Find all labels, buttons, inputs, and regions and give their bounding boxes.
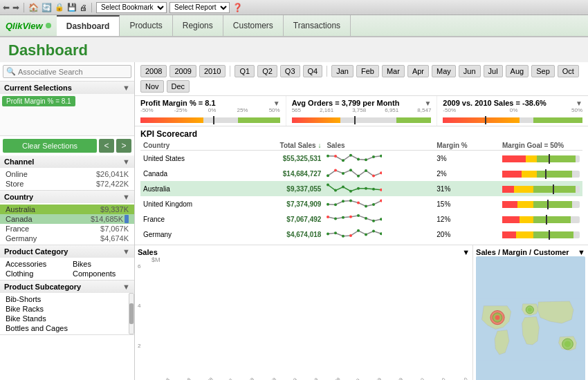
svg-point-14 [372,175,375,178]
chart-dropdown-icon[interactable]: ▼ [462,248,470,256]
search-input[interactable] [18,68,128,76]
list-item[interactable]: Online $26,041K [0,169,134,179]
tab-customers[interactable]: Customers [223,15,284,36]
nov-btn[interactable]: Nov [140,80,164,93]
apr-btn[interactable]: Apr [407,65,429,77]
q1-btn[interactable]: Q1 [235,65,255,77]
scorecard-margin-cell: 3% [434,151,499,167]
toolbar-icon-help: ❓ [232,3,243,12]
may-btn[interactable]: May [432,65,456,77]
tab-dashboard[interactable]: Dashboard [57,15,120,36]
product-category-label: Product Category [4,247,68,256]
list-item[interactable]: Bike Stands [0,314,134,323]
report-select[interactable]: Select Report [169,2,230,13]
list-item[interactable]: Canada $14,685K [0,214,134,224]
list-item[interactable]: Store $72,422K [0,179,134,189]
bar-chart-y-axis: 6 4 2 0 [138,263,140,380]
list-item[interactable]: France $7,067K [0,224,134,234]
year-2010-btn[interactable]: 2010 [199,65,226,77]
dec-btn[interactable]: Dec [167,80,190,93]
bottom-section: Sales ▼ $M 6 4 2 0 Jan-2008 Mar-2008 May… [135,245,588,380]
scorecard-sparkline-cell [324,196,434,211]
list-item[interactable]: Bikes [67,259,134,269]
list-item[interactable]: Germany $4,674K [0,234,134,243]
list-item[interactable]: Bib-Shorts [0,294,134,304]
scorecard-country-cell: Australia [140,181,239,196]
bar-label: Sep-2008 [237,377,255,380]
channel-header[interactable]: Channel ▼ [0,155,134,168]
margin-bar-red [502,216,520,223]
svg-point-5 [365,158,367,161]
list-item[interactable]: Accessories [0,259,67,269]
list-item[interactable]: Bottles and Cages [0,323,134,333]
country-arrow: ▼ [122,193,130,201]
map-canvas [476,256,585,380]
map-dropdown-icon[interactable]: ▼ [578,248,585,256]
table-row[interactable]: Germany$4,674,01820% [140,227,582,242]
scorecard-margin-cell: 20% [434,227,499,242]
feb-btn[interactable]: Feb [356,65,379,77]
oct-btn[interactable]: Oct [558,65,579,77]
current-selections-body: Profit Margin % = 8.1 [0,94,134,135]
bar-chart: 6 4 2 0 Jan-2008 Mar-2008 May-2008 Jul-2… [138,263,470,380]
table-row[interactable]: France$7,067,49212% [140,211,582,227]
kpi-profit-labels: -50%-25%0%25%50% [140,107,280,113]
jun-btn[interactable]: Jun [459,65,481,77]
scorecard-sales-cell: $9,337,055 [239,181,324,196]
q2-btn[interactable]: Q2 [257,65,277,77]
sep-btn[interactable]: Sep [531,65,555,77]
bar-label: Jan-2010 [407,377,425,380]
col-total-sales: Total Sales ↓ [239,141,324,151]
channel-section: Channel ▼ Online $26,041K Store $72,422K [0,155,134,191]
nav-forward-button[interactable]: > [116,139,131,153]
svg-point-33 [334,217,337,220]
scorecard-sales-cell: $55,325,531 [239,151,324,167]
margin-bar-red [502,201,517,208]
margin-bar-track [502,186,580,193]
svg-point-16 [327,183,329,186]
list-item[interactable]: Bike Racks [0,304,134,314]
table-row[interactable]: Australia$9,337,05531% [140,181,582,196]
kpi-orders-marker [354,116,356,124]
search-input-wrap[interactable]: 🔍 [3,65,131,78]
table-row[interactable]: Canada$14,684,7272% [140,166,582,181]
tab-transactions[interactable]: Transactions [284,15,351,36]
mar-btn[interactable]: Mar [382,65,405,77]
brand-logo: QlikView [6,21,43,31]
bookmark-select[interactable]: Select Bookmark [96,2,167,13]
year-2009-btn[interactable]: 2009 [169,65,196,77]
table-row[interactable]: United Kingdom$7,374,90915% [140,196,582,211]
country-france: France [6,225,29,233]
q3-btn[interactable]: Q3 [280,65,300,77]
jul-btn[interactable]: Jul [484,65,503,77]
kpi-bars: Profit Margin % = 8.1 ▼ -50%-25%0%25%50%… [135,96,588,126]
nav-back-button[interactable]: < [99,139,114,153]
tab-products[interactable]: Products [120,15,172,36]
kpi-sales-arrow[interactable]: ▼ [576,99,582,107]
aug-btn[interactable]: Aug [506,65,529,77]
svg-point-44 [357,229,360,232]
table-row[interactable]: United States$55,325,5313% [140,151,582,167]
svg-point-32 [327,216,329,218]
svg-point-25 [334,203,337,206]
svg-point-2 [342,159,344,162]
country-header[interactable]: Country ▼ [0,191,134,203]
kpi-orders-arrow[interactable]: ▼ [424,99,431,107]
clear-selections-button[interactable]: Clear Selections [3,139,97,153]
tab-regions[interactable]: Regions [173,15,223,36]
scorecard-margin-cell: 31% [434,181,499,196]
kpi-profit-arrow[interactable]: ▼ [273,99,280,107]
list-item[interactable]: Clothing [0,269,67,278]
product-subcategory-header[interactable]: Product Subcategory ▼ [0,281,134,293]
current-selections-header[interactable]: Current Selections ▼ [0,82,134,94]
year-2008-btn[interactable]: 2008 [140,65,167,77]
svg-point-40 [327,233,329,236]
list-item[interactable]: Australia $9,337K [0,205,134,214]
jan-btn[interactable]: Jan [331,65,353,77]
list-item[interactable]: Components [67,269,134,278]
scorecard-margin-bar-cell [499,211,582,227]
product-category-header[interactable]: Product Category ▼ [0,245,134,258]
kpi-profit-marker [213,116,214,124]
q4-btn[interactable]: Q4 [303,65,323,77]
channel-store-value: $72,422K [96,180,129,188]
